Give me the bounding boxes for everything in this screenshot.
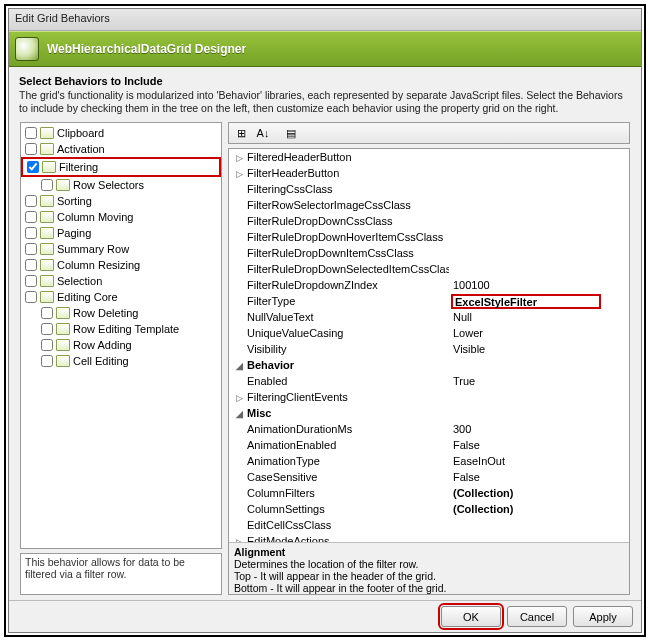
property-value[interactable]: (Collection) <box>449 503 629 515</box>
tree-checkbox[interactable] <box>25 243 37 255</box>
property-value[interactable]: 300 <box>449 423 629 435</box>
tree-checkbox[interactable] <box>41 179 53 191</box>
property-row[interactable]: FilteringCssClass <box>229 181 629 197</box>
property-category[interactable]: ◢Misc <box>229 405 629 421</box>
property-row[interactable]: FilterTypeExcelStyleFilter <box>229 293 629 309</box>
tree-item-filtering[interactable]: Filtering <box>21 157 221 177</box>
property-row[interactable]: CaseSensitiveFalse <box>229 469 629 485</box>
property-row[interactable]: EnabledTrue <box>229 373 629 389</box>
tree-item-clipboard[interactable]: Clipboard <box>21 125 221 141</box>
property-value[interactable]: EaseInOut <box>449 455 629 467</box>
tree-item-label: Column Resizing <box>57 258 140 272</box>
categorized-button[interactable]: ⊞ <box>231 124 251 142</box>
property-value[interactable]: False <box>449 471 629 483</box>
tree-item-column-resizing[interactable]: Column Resizing <box>21 257 221 273</box>
property-row[interactable]: EditCellCssClass <box>229 517 629 533</box>
property-row[interactable]: AnimationEnabledFalse <box>229 437 629 453</box>
tree-item-row-deleting[interactable]: Row Deleting <box>21 305 221 321</box>
tree-checkbox[interactable] <box>41 339 53 351</box>
property-value[interactable]: True <box>449 375 629 387</box>
property-row[interactable]: FilterRuleDropDownCssClass <box>229 213 629 229</box>
property-row[interactable]: AnimationDurationMs300 <box>229 421 629 437</box>
tree-item-sorting[interactable]: Sorting <box>21 193 221 209</box>
property-grid[interactable]: ▷FilteredHeaderButton▷FilterHeaderButton… <box>229 149 629 542</box>
behavior-icon <box>40 243 54 255</box>
property-name: CaseSensitive <box>247 471 317 483</box>
property-row[interactable]: FilterRuleDropDownHoverItemCssClass <box>229 229 629 245</box>
tree-checkbox[interactable] <box>25 227 37 239</box>
tree-item-row-adding[interactable]: Row Adding <box>21 337 221 353</box>
property-row[interactable]: ▷FilterHeaderButton <box>229 165 629 181</box>
property-row[interactable]: ▷FilteredHeaderButton <box>229 149 629 165</box>
tree-item-label: Filtering <box>59 160 98 174</box>
tree-item-summary-row[interactable]: Summary Row <box>21 241 221 257</box>
expand-icon[interactable]: ◢ <box>235 410 244 419</box>
tree-checkbox[interactable] <box>41 355 53 367</box>
tree-item-label: Clipboard <box>57 126 104 140</box>
property-row[interactable]: FilterRuleDropDownItemCssClass <box>229 245 629 261</box>
tree-checkbox[interactable] <box>25 195 37 207</box>
tree-checkbox[interactable] <box>27 161 39 173</box>
property-value[interactable]: Visible <box>449 343 629 355</box>
tree-checkbox[interactable] <box>25 127 37 139</box>
property-row[interactable]: ColumnSettings(Collection) <box>229 501 629 517</box>
tree-item-label: Selection <box>57 274 102 288</box>
behaviors-tree[interactable]: ClipboardActivationFilteringRow Selector… <box>20 122 222 549</box>
property-row[interactable]: VisibilityVisible <box>229 341 629 357</box>
tree-checkbox[interactable] <box>25 291 37 303</box>
tree-checkbox[interactable] <box>25 143 37 155</box>
tree-item-label: Row Editing Template <box>73 322 179 336</box>
tree-checkbox[interactable] <box>41 307 53 319</box>
expand-icon[interactable]: ▷ <box>235 154 244 163</box>
tree-checkbox[interactable] <box>25 275 37 287</box>
property-row[interactable]: FilterRuleDropDownSelectedItemCssClass <box>229 261 629 277</box>
property-value[interactable]: 100100 <box>449 279 629 291</box>
cancel-button[interactable]: Cancel <box>507 606 567 627</box>
tree-checkbox[interactable] <box>41 323 53 335</box>
property-value[interactable]: Null <box>449 311 629 323</box>
tree-item-row-editing-template[interactable]: Row Editing Template <box>21 321 221 337</box>
tree-item-row-selectors[interactable]: Row Selectors <box>21 177 221 193</box>
behavior-icon <box>56 355 70 367</box>
ok-button[interactable]: OK <box>441 606 501 627</box>
alphabetical-button[interactable]: A↓ <box>253 124 273 142</box>
property-value[interactable]: False <box>449 439 629 451</box>
window-titlebar[interactable]: Edit Grid Behaviors <box>9 9 641 31</box>
property-row[interactable]: ColumnFilters(Collection) <box>229 485 629 501</box>
property-value[interactable]: Lower <box>449 327 629 339</box>
property-value[interactable]: ExcelStyleFilter <box>449 294 629 309</box>
property-pages-button[interactable]: ▤ <box>281 124 301 142</box>
property-value[interactable]: (Collection) <box>449 487 629 499</box>
property-row[interactable]: AnimationTypeEaseInOut <box>229 453 629 469</box>
behavior-icon <box>56 307 70 319</box>
designer-banner: WebHierarchicalDataGrid Designer <box>9 31 641 67</box>
designer-icon <box>15 37 39 61</box>
property-category[interactable]: ◢Behavior <box>229 357 629 373</box>
property-name: FilterRowSelectorImageCssClass <box>247 199 411 211</box>
tree-item-label: Activation <box>57 142 105 156</box>
property-name: FilterRuleDropdownZIndex <box>247 279 378 291</box>
tree-item-editing-core[interactable]: Editing Core <box>21 289 221 305</box>
property-row[interactable]: ▷EditModeActions <box>229 533 629 542</box>
property-description-line: Determines the location of the filter ro… <box>234 558 624 570</box>
expand-icon[interactable]: ◢ <box>235 362 244 371</box>
expand-icon[interactable]: ▷ <box>235 170 244 179</box>
designer-title: WebHierarchicalDataGrid Designer <box>47 42 246 56</box>
expand-icon[interactable]: ▷ <box>235 394 244 403</box>
behavior-icon <box>40 127 54 139</box>
property-name: AnimationType <box>247 455 320 467</box>
property-row[interactable]: UniqueValueCasingLower <box>229 325 629 341</box>
tree-item-selection[interactable]: Selection <box>21 273 221 289</box>
property-row[interactable]: FilterRuleDropdownZIndex100100 <box>229 277 629 293</box>
property-row[interactable]: ▷FilteringClientEvents <box>229 389 629 405</box>
apply-button[interactable]: Apply <box>573 606 633 627</box>
property-row[interactable]: NullValueTextNull <box>229 309 629 325</box>
tree-item-label: Sorting <box>57 194 92 208</box>
tree-item-activation[interactable]: Activation <box>21 141 221 157</box>
tree-checkbox[interactable] <box>25 211 37 223</box>
tree-checkbox[interactable] <box>25 259 37 271</box>
tree-item-paging[interactable]: Paging <box>21 225 221 241</box>
tree-item-column-moving[interactable]: Column Moving <box>21 209 221 225</box>
tree-item-cell-editing[interactable]: Cell Editing <box>21 353 221 369</box>
property-row[interactable]: FilterRowSelectorImageCssClass <box>229 197 629 213</box>
